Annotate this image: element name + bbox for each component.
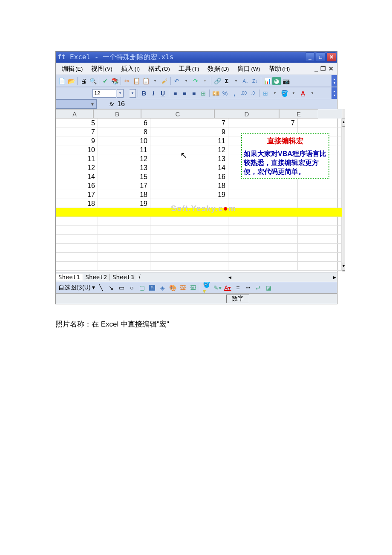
table-row[interactable]: 171819 [56,190,342,199]
maximize-button[interactable]: □ [316,52,326,62]
table-row[interactable]: 161718 [56,181,342,190]
cell[interactable] [298,190,342,199]
table-row[interactable] [56,217,342,226]
col-header-d[interactable]: D [214,109,279,119]
cell[interactable]: 17 [56,190,98,199]
doc-restore[interactable]: ❐ [320,65,326,72]
cell[interactable]: 9 [150,127,228,136]
autosum-icon[interactable]: Σ [222,77,231,85]
cell[interactable]: 13 [98,163,150,172]
col-header-c[interactable]: C [141,109,214,119]
research-icon[interactable]: 📚 [110,77,119,85]
currency-icon[interactable]: 💴 [211,89,220,98]
underline-icon[interactable]: U [159,89,167,98]
undo-dd-icon[interactable]: ▼ [182,77,190,85]
borders-icon[interactable]: ⊞ [261,89,270,98]
cell[interactable]: 19 [150,190,228,199]
sheet-tab-1[interactable]: Sheet1 [56,274,83,280]
table-row[interactable] [56,253,342,262]
merge-icon[interactable]: ⊞ [199,89,208,98]
paste-icon[interactable]: 📋 [141,77,150,85]
font-dropdown[interactable]: ▼ [130,89,136,98]
inc-decimal-icon[interactable]: .00 [239,89,248,98]
cell[interactable]: 13 [150,154,228,163]
sort-desc-icon[interactable]: Z↓ [251,77,259,85]
dash-icon[interactable]: ┅ [244,283,252,292]
cell[interactable]: 7 [228,119,298,127]
print-icon[interactable]: 🖨 [79,77,88,85]
align-left-icon[interactable]: ≡ [171,89,179,98]
cell[interactable] [228,190,298,199]
italic-icon[interactable]: I [149,89,158,98]
fmt-toolbar-overflow[interactable]: ▸▾ [331,87,337,99]
vertical-scrollbar[interactable]: ▴ ▾ [342,109,345,272]
cell[interactable]: 17 [98,181,150,190]
redo-icon[interactable]: ↷ [191,77,200,85]
open-icon[interactable]: 📂 [67,77,75,85]
comma-icon[interactable]: , [230,89,239,98]
new-icon[interactable]: 📄 [58,77,66,85]
cell[interactable]: 11 [150,136,228,145]
cell[interactable] [298,199,342,208]
picture-icon[interactable]: 🖼 [179,283,187,292]
copy-icon[interactable]: 📋 [132,77,141,85]
menu-help[interactable]: 帮助(H) [266,64,292,74]
fx-icon[interactable]: fx [110,101,114,107]
formula-value[interactable]: 16 [117,100,125,108]
cell[interactable]: 9 [56,136,98,145]
col-header-a[interactable]: A [56,109,93,119]
menu-view[interactable]: 视图(V) [89,64,115,74]
cell[interactable]: 11 [56,154,98,163]
insert-img-icon[interactable]: 🖼 [189,283,197,292]
line-icon[interactable]: ╲ [97,283,105,292]
cell[interactable]: 12 [56,163,98,172]
textbox-icon[interactable]: ▢ [138,283,146,292]
cell[interactable] [298,119,342,127]
bold-icon[interactable]: B [140,89,148,98]
cell[interactable]: 15 [98,172,150,181]
spell-icon[interactable]: ✔ [101,77,110,85]
cell[interactable]: 10 [98,136,150,145]
fontsize-input[interactable]: 12 [92,89,116,98]
percent-icon[interactable]: % [221,89,229,98]
cell[interactable] [228,181,298,190]
menu-data[interactable]: 数据(D) [205,64,231,74]
col-header-b[interactable]: B [93,109,141,119]
fill-dd-icon[interactable]: ▼ [289,89,298,98]
drawing-icon[interactable]: ◕ [272,77,281,85]
cell[interactable]: 8 [98,127,150,136]
toolbar-overflow[interactable]: ▸▾ [331,75,337,87]
camera-icon[interactable]: 📷 [282,77,290,85]
cut-icon[interactable]: ✂ [123,77,131,85]
format-painter-icon[interactable]: 🖌 [160,77,169,85]
menu-insert[interactable]: 插入(I) [118,64,142,74]
cell[interactable]: 7 [56,127,98,136]
oval-icon[interactable]: ○ [127,283,136,292]
cell[interactable]: 11 [98,145,150,154]
diagram-icon[interactable]: ◈ [158,283,167,292]
chart-icon[interactable]: 📊 [263,77,271,85]
name-box[interactable]: ▼ [56,99,97,109]
table-row[interactable] [56,262,342,271]
line-weight-icon[interactable]: ≡ [233,283,242,292]
menu-window[interactable]: 窗口(W) [235,64,262,74]
cell[interactable]: 19 [98,199,150,208]
cell[interactable] [228,199,298,208]
dec-decimal-icon[interactable]: .0 [249,89,257,98]
fill-color-icon[interactable]: 🪣 [280,89,288,98]
sheet-tab-3[interactable]: Sheet3 [110,274,137,280]
undo-icon[interactable]: ↶ [173,77,181,85]
font-color-icon[interactable]: A [299,89,307,98]
cell[interactable]: 12 [98,154,150,163]
grid-body[interactable]: 直接编辑宏 如果大家对VBA程序语言比较熟悉，直接编辑宏更方便，宏代码更简单。 … [56,119,342,272]
align-right-icon[interactable]: ≡ [190,89,198,98]
horizontal-scrollbar[interactable]: ◂▸ [142,274,337,280]
cell[interactable]: 18 [150,181,228,190]
doc-close[interactable]: ✕ [329,65,334,72]
cell[interactable]: 18 [98,190,150,199]
cell[interactable]: 12 [150,145,228,154]
hyperlink-icon[interactable]: 🔗 [213,77,222,85]
cell[interactable]: 14 [150,163,228,172]
wordart-icon[interactable]: 🅰 [148,283,156,292]
autoshapes-menu[interactable]: 自选图形(U) ▾ [58,284,95,292]
